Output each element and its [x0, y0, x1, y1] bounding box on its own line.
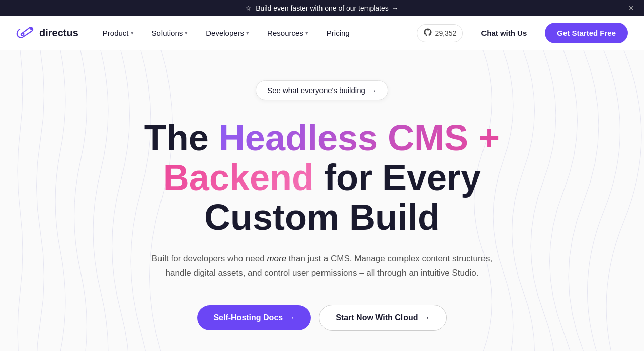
subtext-before: Built for developers who need [152, 254, 267, 263]
headline-purple-text: Headless CMS + [219, 118, 500, 158]
headline-before: The [144, 118, 219, 158]
star-icon: ☆ [245, 4, 252, 12]
github-link[interactable]: 29,352 [417, 24, 463, 42]
nav-resources-label: Resources [267, 29, 303, 37]
nav-item-solutions[interactable]: Solutions ▾ [144, 25, 196, 41]
nav-item-resources[interactable]: Resources ▾ [259, 25, 316, 41]
nav-solutions-label: Solutions [152, 29, 183, 37]
nav-developers-label: Developers [206, 29, 244, 37]
btn-secondary-label: Start Now With Cloud [336, 313, 418, 322]
github-icon [423, 28, 432, 39]
logo-link[interactable]: directus [16, 26, 78, 40]
start-cloud-button[interactable]: Start Now With Cloud → [319, 305, 446, 331]
headline-line2-after: for Every [314, 157, 481, 198]
chevron-down-icon: ▾ [305, 30, 308, 36]
nav-item-product[interactable]: Product ▾ [95, 25, 142, 41]
headline-line3: Custom Build [204, 197, 440, 237]
top-banner: ☆ Build even faster with one of our temp… [0, 0, 644, 16]
arrow-icon: → [287, 313, 295, 322]
get-started-button[interactable]: Get Started Free [545, 23, 628, 43]
nav-right: 29,352 Chat with Us Get Started Free [417, 23, 628, 43]
arrow-icon: → [369, 86, 377, 95]
banner-text: Build even faster with one of our templa… [256, 4, 389, 12]
arrow-icon: → [422, 313, 430, 322]
hero-subtext: Built for developers who need more than … [151, 252, 493, 281]
logo-text: directus [39, 27, 78, 39]
main-nav: directus Product ▾ Solutions ▾ Developer… [0, 16, 644, 50]
svg-point-0 [30, 27, 33, 30]
logo-icon [16, 26, 34, 40]
hero-pill-text: See what everyone's building [267, 86, 365, 95]
nav-pricing-label: Pricing [327, 29, 350, 37]
chevron-down-icon: ▾ [131, 30, 134, 36]
self-hosting-docs-button[interactable]: Self-Hosting Docs → [197, 305, 311, 330]
chat-button[interactable]: Chat with Us [471, 24, 537, 42]
banner-arrow: → [392, 4, 399, 12]
hero-ctas: Self-Hosting Docs → Start Now With Cloud… [197, 305, 446, 331]
hero-pill-link[interactable]: See what everyone's building → [256, 80, 388, 100]
nav-product-label: Product [103, 29, 129, 37]
chevron-down-icon: ▾ [246, 30, 249, 36]
nav-item-pricing[interactable]: Pricing [318, 25, 358, 41]
subtext-italic: more [267, 254, 286, 263]
close-icon[interactable]: × [628, 4, 634, 13]
github-count: 29,352 [435, 29, 457, 37]
hero-section: .wave-line { fill: none; stroke: #d0d0e8… [0, 50, 644, 351]
hero-headline: The Headless CMS + Backend for Every Cus… [144, 118, 500, 238]
nav-links: Product ▾ Solutions ▾ Developers ▾ Resou… [95, 25, 417, 41]
btn-primary-label: Self-Hosting Docs [213, 313, 283, 322]
nav-item-developers[interactable]: Developers ▾ [198, 25, 257, 41]
chevron-down-icon: ▾ [185, 30, 188, 36]
headline-pink-text: Backend [163, 157, 314, 198]
banner-link[interactable]: Build even faster with one of our templa… [256, 4, 399, 12]
hero-content: See what everyone's building → The Headl… [144, 80, 500, 331]
